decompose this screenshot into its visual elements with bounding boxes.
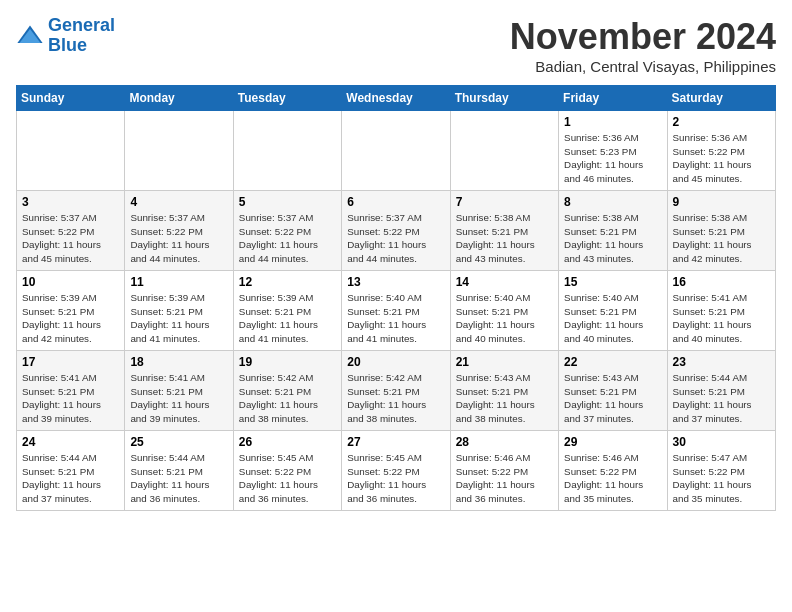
day-info: Sunrise: 5:43 AM Sunset: 5:21 PM Dayligh… [564, 371, 661, 426]
calendar-cell: 27Sunrise: 5:45 AM Sunset: 5:22 PM Dayli… [342, 431, 450, 511]
day-info: Sunrise: 5:45 AM Sunset: 5:22 PM Dayligh… [239, 451, 336, 506]
day-number: 10 [22, 275, 119, 289]
weekday-header-saturday: Saturday [667, 86, 775, 111]
calendar-cell: 1Sunrise: 5:36 AM Sunset: 5:23 PM Daylig… [559, 111, 667, 191]
weekday-header-tuesday: Tuesday [233, 86, 341, 111]
calendar-cell: 9Sunrise: 5:38 AM Sunset: 5:21 PM Daylig… [667, 191, 775, 271]
calendar-cell: 6Sunrise: 5:37 AM Sunset: 5:22 PM Daylig… [342, 191, 450, 271]
calendar-cell [342, 111, 450, 191]
day-number: 5 [239, 195, 336, 209]
day-info: Sunrise: 5:41 AM Sunset: 5:21 PM Dayligh… [673, 291, 770, 346]
day-info: Sunrise: 5:39 AM Sunset: 5:21 PM Dayligh… [239, 291, 336, 346]
week-row-4: 17Sunrise: 5:41 AM Sunset: 5:21 PM Dayli… [17, 351, 776, 431]
day-info: Sunrise: 5:41 AM Sunset: 5:21 PM Dayligh… [130, 371, 227, 426]
calendar-cell: 4Sunrise: 5:37 AM Sunset: 5:22 PM Daylig… [125, 191, 233, 271]
day-number: 28 [456, 435, 553, 449]
calendar-cell: 10Sunrise: 5:39 AM Sunset: 5:21 PM Dayli… [17, 271, 125, 351]
calendar-cell: 25Sunrise: 5:44 AM Sunset: 5:21 PM Dayli… [125, 431, 233, 511]
month-title: November 2024 [510, 16, 776, 58]
day-number: 8 [564, 195, 661, 209]
week-row-5: 24Sunrise: 5:44 AM Sunset: 5:21 PM Dayli… [17, 431, 776, 511]
weekday-header-thursday: Thursday [450, 86, 558, 111]
weekday-header-row: SundayMondayTuesdayWednesdayThursdayFrid… [17, 86, 776, 111]
calendar-cell: 13Sunrise: 5:40 AM Sunset: 5:21 PM Dayli… [342, 271, 450, 351]
logo-icon [16, 22, 44, 50]
day-number: 14 [456, 275, 553, 289]
calendar-cell: 5Sunrise: 5:37 AM Sunset: 5:22 PM Daylig… [233, 191, 341, 271]
day-number: 18 [130, 355, 227, 369]
day-number: 9 [673, 195, 770, 209]
day-info: Sunrise: 5:42 AM Sunset: 5:21 PM Dayligh… [239, 371, 336, 426]
day-number: 15 [564, 275, 661, 289]
calendar-cell: 14Sunrise: 5:40 AM Sunset: 5:21 PM Dayli… [450, 271, 558, 351]
day-info: Sunrise: 5:39 AM Sunset: 5:21 PM Dayligh… [22, 291, 119, 346]
day-info: Sunrise: 5:47 AM Sunset: 5:22 PM Dayligh… [673, 451, 770, 506]
week-row-2: 3Sunrise: 5:37 AM Sunset: 5:22 PM Daylig… [17, 191, 776, 271]
logo-line2: Blue [48, 35, 87, 55]
calendar-cell: 26Sunrise: 5:45 AM Sunset: 5:22 PM Dayli… [233, 431, 341, 511]
day-info: Sunrise: 5:46 AM Sunset: 5:22 PM Dayligh… [456, 451, 553, 506]
calendar-cell: 12Sunrise: 5:39 AM Sunset: 5:21 PM Dayli… [233, 271, 341, 351]
calendar-cell [233, 111, 341, 191]
calendar-cell: 19Sunrise: 5:42 AM Sunset: 5:21 PM Dayli… [233, 351, 341, 431]
calendar-cell: 8Sunrise: 5:38 AM Sunset: 5:21 PM Daylig… [559, 191, 667, 271]
calendar-cell: 24Sunrise: 5:44 AM Sunset: 5:21 PM Dayli… [17, 431, 125, 511]
day-info: Sunrise: 5:37 AM Sunset: 5:22 PM Dayligh… [130, 211, 227, 266]
calendar-cell: 23Sunrise: 5:44 AM Sunset: 5:21 PM Dayli… [667, 351, 775, 431]
day-number: 27 [347, 435, 444, 449]
day-number: 21 [456, 355, 553, 369]
day-number: 25 [130, 435, 227, 449]
calendar-cell: 3Sunrise: 5:37 AM Sunset: 5:22 PM Daylig… [17, 191, 125, 271]
day-number: 1 [564, 115, 661, 129]
calendar-cell: 29Sunrise: 5:46 AM Sunset: 5:22 PM Dayli… [559, 431, 667, 511]
day-info: Sunrise: 5:44 AM Sunset: 5:21 PM Dayligh… [22, 451, 119, 506]
day-info: Sunrise: 5:46 AM Sunset: 5:22 PM Dayligh… [564, 451, 661, 506]
day-number: 23 [673, 355, 770, 369]
day-info: Sunrise: 5:39 AM Sunset: 5:21 PM Dayligh… [130, 291, 227, 346]
day-number: 26 [239, 435, 336, 449]
day-number: 7 [456, 195, 553, 209]
day-number: 4 [130, 195, 227, 209]
calendar-cell: 2Sunrise: 5:36 AM Sunset: 5:22 PM Daylig… [667, 111, 775, 191]
logo-text: General Blue [48, 16, 115, 56]
week-row-3: 10Sunrise: 5:39 AM Sunset: 5:21 PM Dayli… [17, 271, 776, 351]
weekday-header-wednesday: Wednesday [342, 86, 450, 111]
day-info: Sunrise: 5:36 AM Sunset: 5:23 PM Dayligh… [564, 131, 661, 186]
day-number: 19 [239, 355, 336, 369]
calendar-cell: 28Sunrise: 5:46 AM Sunset: 5:22 PM Dayli… [450, 431, 558, 511]
day-info: Sunrise: 5:44 AM Sunset: 5:21 PM Dayligh… [673, 371, 770, 426]
day-number: 3 [22, 195, 119, 209]
logo: General Blue [16, 16, 115, 56]
day-info: Sunrise: 5:37 AM Sunset: 5:22 PM Dayligh… [347, 211, 444, 266]
calendar-cell: 21Sunrise: 5:43 AM Sunset: 5:21 PM Dayli… [450, 351, 558, 431]
weekday-header-sunday: Sunday [17, 86, 125, 111]
day-info: Sunrise: 5:43 AM Sunset: 5:21 PM Dayligh… [456, 371, 553, 426]
calendar-cell: 11Sunrise: 5:39 AM Sunset: 5:21 PM Dayli… [125, 271, 233, 351]
week-row-1: 1Sunrise: 5:36 AM Sunset: 5:23 PM Daylig… [17, 111, 776, 191]
calendar-cell [450, 111, 558, 191]
day-number: 24 [22, 435, 119, 449]
calendar-cell: 7Sunrise: 5:38 AM Sunset: 5:21 PM Daylig… [450, 191, 558, 271]
calendar-cell [17, 111, 125, 191]
calendar-cell: 30Sunrise: 5:47 AM Sunset: 5:22 PM Dayli… [667, 431, 775, 511]
day-number: 30 [673, 435, 770, 449]
day-info: Sunrise: 5:42 AM Sunset: 5:21 PM Dayligh… [347, 371, 444, 426]
day-info: Sunrise: 5:40 AM Sunset: 5:21 PM Dayligh… [347, 291, 444, 346]
day-number: 16 [673, 275, 770, 289]
day-info: Sunrise: 5:38 AM Sunset: 5:21 PM Dayligh… [673, 211, 770, 266]
day-info: Sunrise: 5:40 AM Sunset: 5:21 PM Dayligh… [564, 291, 661, 346]
day-info: Sunrise: 5:36 AM Sunset: 5:22 PM Dayligh… [673, 131, 770, 186]
day-number: 12 [239, 275, 336, 289]
day-info: Sunrise: 5:37 AM Sunset: 5:22 PM Dayligh… [239, 211, 336, 266]
day-info: Sunrise: 5:45 AM Sunset: 5:22 PM Dayligh… [347, 451, 444, 506]
day-number: 13 [347, 275, 444, 289]
logo-line1: General [48, 15, 115, 35]
calendar-table: SundayMondayTuesdayWednesdayThursdayFrid… [16, 85, 776, 511]
day-info: Sunrise: 5:41 AM Sunset: 5:21 PM Dayligh… [22, 371, 119, 426]
day-info: Sunrise: 5:38 AM Sunset: 5:21 PM Dayligh… [564, 211, 661, 266]
calendar-cell: 17Sunrise: 5:41 AM Sunset: 5:21 PM Dayli… [17, 351, 125, 431]
day-info: Sunrise: 5:37 AM Sunset: 5:22 PM Dayligh… [22, 211, 119, 266]
day-number: 20 [347, 355, 444, 369]
calendar-cell: 22Sunrise: 5:43 AM Sunset: 5:21 PM Dayli… [559, 351, 667, 431]
page-header: General Blue November 2024 Badian, Centr… [16, 16, 776, 75]
